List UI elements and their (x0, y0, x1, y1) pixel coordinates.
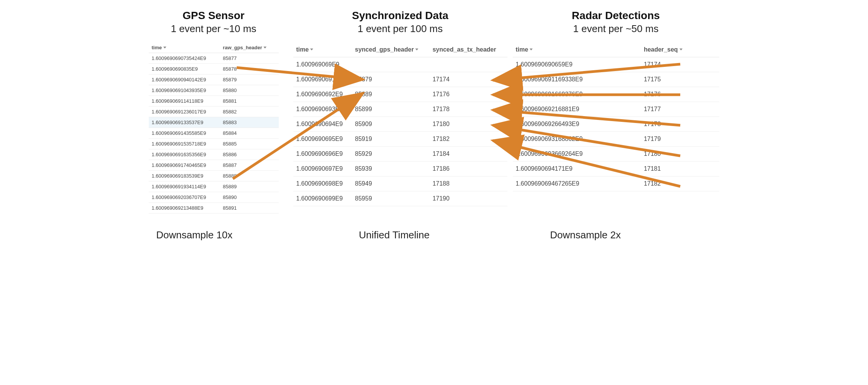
table-row: 1.6009690695E98591917182 (293, 131, 507, 146)
cell-tx: 17182 (429, 131, 507, 146)
cell-header: 85891 (220, 202, 279, 213)
sync-subtitle: 1 event per 100 ms (293, 23, 507, 35)
cell-time: 1.600969069183539E9 (149, 170, 220, 181)
radar-footer: Downsample 2x (550, 229, 621, 241)
table-header-row: time synced_gps_header synced_as_tx_head… (293, 42, 507, 57)
sync-col-gpsheader[interactable]: synced_gps_header (352, 42, 429, 57)
cell-time: 1.6009690696E9 (293, 146, 352, 161)
table-header-row: time header_seq (513, 42, 719, 57)
col-label: header_seq (644, 46, 678, 53)
col-label: synced_as_tx_header (432, 46, 496, 53)
cell-time: 1.600969069216881E9 (513, 102, 641, 116)
table-row: 1.600969069266493E917178 (513, 116, 719, 131)
gps-col-time[interactable]: time (149, 42, 220, 53)
cell-time: 1.6009690691934114E9 (149, 181, 220, 192)
sync-footer: Unified Timeline (359, 229, 430, 241)
cell-header: 85878 (220, 63, 279, 74)
table-row: 1.6009690698E98594917188 (293, 176, 507, 191)
sync-title: Synchronized Data (293, 9, 507, 22)
sort-desc-icon (415, 49, 418, 50)
table-row: 1.6009690691435585E985884 (149, 128, 279, 138)
table-row: 1.6009690691740465E985887 (149, 160, 279, 170)
radar-table: time header_seq 1.6009690690659E9171741.… (513, 42, 719, 191)
cell-gps: 85939 (352, 161, 429, 176)
table-row: 1.6009690691236017E985882 (149, 106, 279, 117)
table-row: 1.6009690692E98588917176 (293, 87, 507, 102)
table-header-row: time raw_gps_header (149, 42, 279, 53)
cell-gps: 85889 (352, 87, 429, 102)
table-row: 1.6009690691669376E917176 (513, 87, 719, 102)
cell-gps: 85899 (352, 102, 429, 116)
cell-time: 1.6009690699E9 (293, 191, 352, 206)
gps-column: GPS Sensor 1 event per ~10 ms time raw_g… (149, 9, 279, 214)
cell-header: 85883 (220, 117, 279, 128)
cell-time: 1.6009690690735424E9 (149, 53, 220, 63)
sync-table: time synced_gps_header synced_as_tx_head… (293, 42, 507, 206)
table-row: 1.6009690699E98595917190 (293, 191, 507, 206)
cell-time: 1.600969069266493E9 (513, 116, 641, 131)
col-label: time (296, 46, 309, 53)
table-row: 1.6009690691043935E985880 (149, 85, 279, 95)
cell-header: 85886 (220, 149, 279, 160)
table-row: 1.6009690691169338E917175 (513, 72, 719, 87)
cell-time: 1.600969069213488E9 (149, 202, 220, 213)
cell-time: 1.6009690691169338E9 (513, 72, 641, 87)
cell-gps (352, 57, 429, 72)
cell-header: 17176 (641, 87, 719, 102)
cell-gps: 85959 (352, 191, 429, 206)
gps-subtitle: 1 event per ~10 ms (149, 23, 279, 35)
table-row: 1.6009690694E98590917180 (293, 116, 507, 131)
cell-header: 85885 (220, 138, 279, 149)
col-label: time (516, 46, 528, 53)
cell-time: 1.6009690695E9 (293, 131, 352, 146)
cell-header: 85888 (220, 170, 279, 181)
table-row: 1.600969069183539E985888 (149, 170, 279, 181)
cell-time: 1.6009690691E9 (293, 72, 352, 87)
cell-time: 1.6009690691535718E9 (149, 138, 220, 149)
table-row: 1.6009690690735424E985877 (149, 53, 279, 63)
table-row: 1.6009690692036707E985890 (149, 192, 279, 202)
cell-time: 1.600969069E9 (293, 57, 352, 72)
gps-title: GPS Sensor (149, 9, 279, 22)
cell-time: 1.6009690694171E9 (513, 161, 641, 176)
table-row: 1.600969069E9 (293, 57, 507, 72)
table-row: 1.6009690690659E917174 (513, 57, 719, 72)
table-row: 1.6009690691535718E985885 (149, 138, 279, 149)
cell-header: 85879 (220, 74, 279, 85)
cell-time: 1.600969069114118E9 (149, 95, 220, 106)
gps-table: time raw_gps_header 1.6009690690735424E9… (149, 42, 279, 214)
col-label: time (152, 45, 162, 50)
table-row: 1.6009690693E98589917178 (293, 102, 507, 116)
radar-col-time[interactable]: time (513, 42, 641, 57)
cell-tx: 17176 (429, 87, 507, 102)
table-row: 1.6009690691635356E985886 (149, 149, 279, 160)
table-row: 1.6009690691E98587917174 (293, 72, 507, 87)
radar-title: Radar Detections (513, 9, 719, 22)
sync-column: Synchronized Data 1 event per 100 ms tim… (293, 9, 507, 206)
table-row: 1.6009690694171E917181 (513, 161, 719, 176)
cell-tx: 17188 (429, 176, 507, 191)
cell-header: 17175 (641, 72, 719, 87)
cell-gps: 85879 (352, 72, 429, 87)
table-row: 1.6009690690835E985878 (149, 63, 279, 74)
sync-col-txheader[interactable]: synced_as_tx_header (429, 42, 507, 57)
table-row: 1.6009690691934114E985889 (149, 181, 279, 192)
table-row: 1.6009690693669264E917180 (513, 146, 719, 161)
cell-header: 17178 (641, 116, 719, 131)
sort-desc-icon (163, 47, 166, 49)
cell-gps: 85919 (352, 131, 429, 146)
cell-time: 1.6009690693E9 (293, 102, 352, 116)
cell-header: 85880 (220, 85, 279, 95)
cell-time: 1.6009690691740465E9 (149, 160, 220, 170)
table-row: 1.600969069114118E985881 (149, 95, 279, 106)
cell-time: 1.6009690691435585E9 (149, 128, 220, 138)
cell-time: 1.6009690697E9 (293, 161, 352, 176)
radar-col-header[interactable]: header_seq (641, 42, 719, 57)
cell-header: 85877 (220, 53, 279, 63)
cell-header: 17180 (641, 146, 719, 161)
cell-header: 85887 (220, 160, 279, 170)
gps-col-header[interactable]: raw_gps_header (220, 42, 279, 53)
cell-header: 85881 (220, 95, 279, 106)
sync-col-time[interactable]: time (293, 42, 352, 57)
sort-desc-icon (530, 49, 533, 50)
